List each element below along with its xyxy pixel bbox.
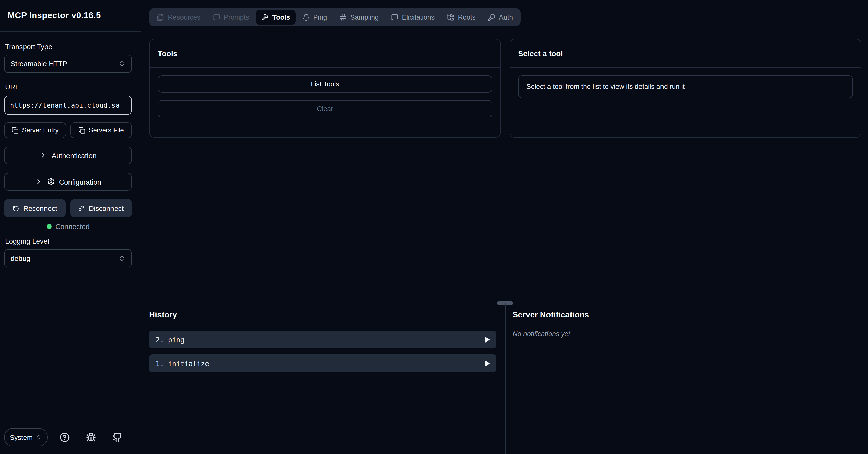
bug-icon[interactable]: [86, 432, 96, 442]
tab-auth[interactable]: Auth: [482, 9, 519, 25]
hash-icon: [339, 13, 347, 21]
logging-level-select[interactable]: debug: [4, 249, 132, 268]
app-title: MCP Inspector v0.16.5: [8, 11, 101, 21]
key-icon: [488, 13, 495, 21]
tab-prompts[interactable]: Prompts: [207, 9, 255, 25]
list-tools-button[interactable]: List Tools: [158, 75, 492, 92]
history-pane: History 2. ping 1. initialize: [141, 303, 505, 454]
main-area: Resources Prompts Tools Ping Sampling El…: [141, 0, 868, 454]
chevron-right-icon: [35, 178, 42, 185]
sidebar-content: Transport Type Streamable HTTP URL https…: [0, 32, 141, 454]
logging-level-label: Logging Level: [5, 237, 132, 245]
tool-details-panel-header: Select a tool: [510, 39, 861, 68]
github-icon[interactable]: [112, 432, 122, 442]
authentication-label: Authentication: [52, 151, 96, 159]
chevron-right-icon: [39, 152, 47, 159]
copy-icon: [78, 127, 85, 134]
tab-label: Ping: [313, 13, 327, 21]
panels-row: Tools List Tools Clear Select a tool Sel…: [149, 39, 861, 138]
tools-panel: Tools List Tools Clear: [149, 39, 501, 138]
tab-sampling[interactable]: Sampling: [334, 9, 384, 25]
tools-panel-body: List Tools Clear: [150, 68, 500, 125]
servers-file-button[interactable]: Servers File: [70, 122, 132, 138]
connection-status: Connected: [4, 222, 132, 231]
server-buttons-row: Server Entry Servers File: [4, 122, 132, 138]
chevrons-up-down-icon: [118, 60, 125, 67]
tool-details-empty-message: Select a tool from the list to view its …: [518, 75, 853, 98]
tab-label: Tools: [273, 13, 290, 21]
tools-panel-header: Tools: [150, 39, 500, 68]
tab-label: Resources: [168, 13, 200, 21]
reconnect-label: Reconnect: [23, 204, 57, 212]
expand-play-icon: [485, 336, 490, 342]
tab-ping[interactable]: Ping: [297, 9, 333, 25]
tab-label: Elicitations: [402, 13, 435, 21]
tool-details-panel-body: Select a tool from the list to view its …: [510, 68, 861, 106]
message-square-icon: [391, 13, 398, 21]
tab-label: Prompts: [224, 13, 249, 21]
text-caret: [65, 100, 66, 111]
server-entry-button[interactable]: Server Entry: [4, 122, 66, 138]
reconnect-button[interactable]: Reconnect: [4, 199, 66, 217]
servers-file-label: Servers File: [89, 126, 124, 134]
bottom-section: History 2. ping 1. initialize: [141, 303, 868, 454]
configuration-button[interactable]: Configuration: [4, 173, 132, 191]
tab-label: Roots: [458, 13, 476, 21]
tab-tools[interactable]: Tools: [256, 9, 296, 25]
status-dot-icon: [46, 224, 51, 229]
tools-panel-title: Tools: [158, 49, 178, 58]
transport-type-value: Streamable HTTP: [11, 60, 67, 68]
tab-roots[interactable]: Roots: [441, 9, 481, 25]
chevrons-up-down-icon: [36, 434, 42, 440]
sidebar-footer: System: [4, 428, 136, 446]
notifications-title: Server Notifications: [513, 310, 868, 320]
sidebar-header: MCP Inspector v0.16.5: [0, 0, 141, 32]
disconnect-button[interactable]: Disconnect: [70, 199, 132, 217]
tab-elicitations[interactable]: Elicitations: [385, 9, 440, 25]
history-item-ping[interactable]: 2. ping: [149, 331, 496, 349]
transport-type-label: Transport Type: [5, 42, 132, 51]
hammer-icon: [261, 13, 269, 21]
unplug-icon: [79, 205, 85, 211]
chevrons-up-down-icon: [118, 255, 125, 262]
help-icon[interactable]: [60, 432, 70, 442]
history-title: History: [149, 310, 496, 320]
copy-icon: [11, 127, 19, 134]
history-item-label: 1. initialize: [156, 359, 209, 367]
history-list: 2. ping 1. initialize: [149, 331, 496, 372]
history-item-label: 2. ping: [156, 335, 185, 343]
app-window: MCP Inspector v0.16.5 Transport Type Str…: [0, 0, 868, 454]
notifications-pane: Server Notifications No notifications ye…: [505, 303, 868, 454]
url-label: URL: [5, 83, 132, 91]
clear-tools-button[interactable]: Clear: [158, 100, 492, 117]
url-input[interactable]: https://tenant.api.cloud.sa: [4, 96, 132, 115]
transport-type-select[interactable]: Streamable HTTP: [4, 55, 132, 73]
authentication-button[interactable]: Authentication: [4, 147, 132, 164]
tab-label: Sampling: [350, 13, 379, 21]
server-entry-label: Server Entry: [22, 126, 59, 134]
sidebar: MCP Inspector v0.16.5 Transport Type Str…: [0, 0, 141, 454]
expand-play-icon: [485, 360, 490, 366]
files-icon: [157, 13, 164, 21]
configuration-label: Configuration: [59, 178, 101, 186]
bell-icon: [302, 13, 310, 21]
folder-tree-icon: [447, 13, 454, 21]
notifications-empty-message: No notifications yet: [513, 330, 868, 338]
rotate-ccw-icon: [13, 205, 19, 212]
logging-level-value: debug: [11, 254, 30, 262]
url-value: https://tenant.api.cloud.sa: [10, 101, 120, 109]
message-square-icon: [213, 13, 220, 21]
disconnect-label: Disconnect: [89, 204, 124, 212]
tab-resources[interactable]: Resources: [151, 9, 206, 25]
tool-details-panel-title: Select a tool: [518, 49, 563, 58]
history-item-initialize[interactable]: 1. initialize: [149, 355, 496, 372]
tab-label: Auth: [499, 13, 513, 21]
gear-icon: [47, 178, 55, 185]
status-label: Connected: [55, 222, 90, 231]
theme-value: System: [10, 433, 33, 441]
tool-details-panel: Select a tool Select a tool from the lis…: [509, 39, 861, 138]
theme-select[interactable]: System: [4, 428, 48, 446]
tab-bar: Resources Prompts Tools Ping Sampling El…: [149, 8, 521, 26]
connection-buttons-row: Reconnect Disconnect: [4, 199, 132, 217]
